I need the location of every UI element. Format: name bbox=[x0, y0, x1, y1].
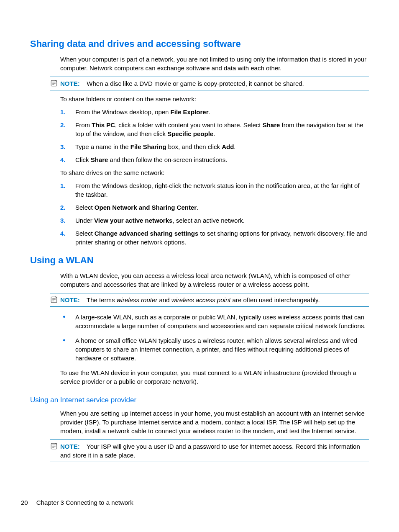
list-text: A large-scale WLAN, such as a corporate … bbox=[75, 314, 366, 329]
note-block: NOTE: The terms wireless router and wire… bbox=[50, 293, 369, 307]
heading-isp: Using an Internet service provider bbox=[30, 395, 369, 405]
note-icon bbox=[50, 442, 58, 450]
term: wireless access point bbox=[171, 296, 231, 303]
note-text: When a disc like a DVD movie or game is … bbox=[87, 80, 304, 87]
list-text: , select an active network. bbox=[172, 217, 245, 224]
note-content: NOTE: When a disc like a DVD movie or ga… bbox=[50, 79, 369, 88]
ui-term: File Explorer bbox=[171, 108, 209, 116]
list-number: 1. bbox=[60, 181, 66, 190]
note-content: NOTE: Your ISP will give you a user ID a… bbox=[50, 442, 369, 460]
paragraph: To share folders or content on the same … bbox=[60, 95, 369, 103]
note-icon bbox=[50, 80, 58, 87]
heading-sharing-data: Sharing data and drives and accessing so… bbox=[30, 38, 369, 51]
list-text: . bbox=[197, 204, 198, 211]
list-item: 3. Under View your active networks, sele… bbox=[60, 216, 369, 225]
note-label: NOTE: bbox=[60, 80, 80, 87]
list-number: 2. bbox=[60, 203, 66, 212]
list-text: From bbox=[75, 121, 92, 129]
ordered-list: 1. From the Windows desktop, right-click… bbox=[60, 181, 369, 247]
ui-term: View your active networks bbox=[94, 217, 172, 224]
list-item: 4. Select Change advanced sharing settin… bbox=[60, 229, 369, 247]
list-text: Select bbox=[75, 230, 95, 237]
note-block: NOTE: Your ISP will give you a user ID a… bbox=[50, 439, 369, 462]
note-text: and bbox=[157, 296, 171, 303]
list-text: Click bbox=[75, 156, 91, 163]
list-item: 1. From the Windows desktop, open File E… bbox=[60, 108, 369, 116]
list-item: 3. Type a name in the File Sharing box, … bbox=[60, 142, 369, 151]
ordered-list: 1. From the Windows desktop, open File E… bbox=[60, 108, 369, 164]
list-item: 2. From This PC, click a folder with con… bbox=[60, 121, 369, 138]
chapter-label: Chapter 3 Connecting to a network bbox=[36, 499, 133, 506]
list-number: 3. bbox=[60, 216, 66, 225]
paragraph: When you are setting up Internet access … bbox=[60, 409, 369, 435]
list-text: . bbox=[213, 130, 215, 137]
list-number: 4. bbox=[60, 155, 66, 164]
list-text: From the Windows desktop, open bbox=[75, 108, 171, 116]
term: wireless router bbox=[117, 296, 158, 303]
list-number: 3. bbox=[60, 142, 66, 151]
page-footer: 20 Chapter 3 Connecting to a network bbox=[21, 498, 133, 507]
ui-term: This PC bbox=[92, 121, 115, 129]
paragraph: To use the WLAN device in your computer,… bbox=[60, 368, 369, 386]
list-number: 2. bbox=[60, 121, 66, 129]
ui-term: Change advanced sharing settings bbox=[95, 230, 198, 237]
list-item: 4. Click Share and then follow the on-sc… bbox=[60, 155, 369, 164]
ui-term: Open Network and Sharing Center bbox=[95, 204, 197, 211]
list-item: A large-scale WLAN, such as a corporate … bbox=[60, 313, 369, 330]
note-text: The terms bbox=[87, 296, 117, 303]
note-text: Your ISP will give you a user ID and a p… bbox=[60, 443, 360, 459]
note-text: are often used interchangeably. bbox=[230, 296, 320, 303]
list-text: box, and then click bbox=[166, 143, 222, 150]
note-text bbox=[82, 80, 87, 87]
list-text: Type a name in the bbox=[75, 143, 130, 150]
note-icon bbox=[50, 296, 58, 303]
note-content: NOTE: The terms wireless router and wire… bbox=[50, 296, 369, 304]
ui-term: File Sharing bbox=[130, 143, 166, 150]
note-label: NOTE: bbox=[60, 443, 80, 450]
list-item: A home or small office WLAN typically us… bbox=[60, 336, 369, 362]
list-text: Select bbox=[75, 204, 95, 211]
list-text: . bbox=[234, 143, 235, 150]
list-text: From the Windows desktop, right-click th… bbox=[75, 182, 359, 198]
list-text: Under bbox=[75, 217, 94, 224]
list-number: 4. bbox=[60, 229, 66, 238]
ui-term: Share bbox=[263, 121, 280, 129]
paragraph: When your computer is part of a network,… bbox=[60, 55, 369, 72]
paragraph: To share drives on the same network: bbox=[60, 168, 369, 177]
bullet-list: A large-scale WLAN, such as a corporate … bbox=[60, 313, 369, 362]
ui-term: Specific people bbox=[167, 130, 213, 137]
list-item: 2. Select Open Network and Sharing Cente… bbox=[60, 203, 369, 212]
list-item: 1. From the Windows desktop, right-click… bbox=[60, 181, 369, 199]
note-text bbox=[82, 296, 87, 303]
document-page: Sharing data and drives and accessing so… bbox=[0, 0, 399, 532]
list-text: , click a folder with content you want t… bbox=[115, 121, 263, 129]
ui-term: Add bbox=[222, 143, 234, 150]
paragraph: With a WLAN device, you can access a wir… bbox=[60, 271, 369, 289]
ui-term: Share bbox=[91, 156, 108, 163]
list-text: A home or small office WLAN typically us… bbox=[75, 337, 357, 362]
list-text: and then follow the on-screen instructio… bbox=[108, 156, 227, 163]
heading-using-wlan: Using a WLAN bbox=[30, 254, 369, 267]
list-text: . bbox=[208, 108, 210, 116]
list-number: 1. bbox=[60, 108, 66, 116]
note-text bbox=[82, 443, 87, 450]
note-block: NOTE: When a disc like a DVD movie or ga… bbox=[50, 77, 369, 90]
page-number: 20 bbox=[21, 499, 28, 506]
note-label: NOTE: bbox=[60, 296, 80, 303]
